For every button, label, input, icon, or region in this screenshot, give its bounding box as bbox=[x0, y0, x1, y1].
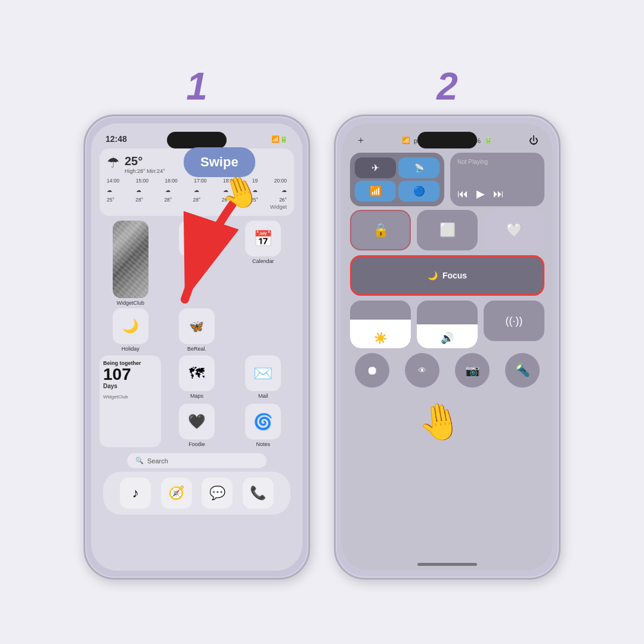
home-screen: 12:48 📶🔋 ☂ 25° High:28° Min:24° bbox=[91, 123, 302, 571]
hotspot-btn[interactable]: 📡 bbox=[398, 157, 439, 178]
search-bar[interactable]: 🔍 Search bbox=[127, 453, 267, 468]
prev-btn[interactable]: ⏮ bbox=[457, 188, 468, 200]
phone1-side-btn-right bbox=[309, 236, 310, 289]
heart-tile[interactable]: 🤍 bbox=[484, 210, 544, 250]
weather-hours: 14:00 15:00 16:00 17:00 18:00 19 20:00 bbox=[107, 178, 287, 184]
signal-icon: 📶 bbox=[402, 137, 410, 144]
focus-small-tile[interactable]: 👁 bbox=[405, 353, 439, 388]
power-icon: ⏻ bbox=[529, 135, 538, 146]
focus-row: 🌙 Focus bbox=[342, 250, 553, 296]
wifi-btn[interactable]: 📶 bbox=[355, 181, 396, 202]
hour2: 15:00 bbox=[136, 178, 148, 184]
weather-details: High:28° Min:24° bbox=[125, 168, 165, 174]
bluetooth-btn[interactable]: 🔵 bbox=[398, 181, 439, 202]
search-label: Search bbox=[147, 457, 168, 465]
widgetclub-label: WidgetClub bbox=[116, 300, 144, 306]
brightness-icon: ☀️ bbox=[374, 332, 387, 345]
control-center: ＋ 📶 povo 📶 ⏰ 📍 62% 🔋 ⏻ bbox=[342, 123, 553, 571]
maps-icon[interactable]: 🗺 bbox=[179, 355, 215, 391]
foodie-item[interactable]: 🖤 Foodie bbox=[166, 404, 227, 447]
notes-icon[interactable]: 🌀 bbox=[245, 404, 281, 439]
step2-wrapper: 2 ＋ 📶 povo 📶 ⏰ bbox=[334, 64, 561, 580]
holiday-label: Holiday bbox=[122, 346, 140, 352]
next-btn[interactable]: ⏭ bbox=[493, 188, 504, 200]
being-together-widget: Being together 107 Days WidgetClub bbox=[100, 355, 161, 447]
cc-plus-icon: ＋ bbox=[356, 134, 366, 147]
cc-row2: 🔒 ⬜ 🤍 bbox=[342, 210, 553, 250]
phone2: ＋ 📶 povo 📶 ⏰ 📍 62% 🔋 ⏻ bbox=[334, 114, 561, 580]
focus-moon-icon: 🌙 bbox=[428, 271, 438, 280]
maps-item[interactable]: 🗺 Maps bbox=[166, 355, 227, 399]
hand-cursor2: 🤚 bbox=[414, 397, 465, 447]
swipe-label: Swipe bbox=[200, 154, 239, 169]
widgets-row: Being together 107 Days WidgetClub 🗺 Map… bbox=[91, 354, 302, 450]
marble-widget-item[interactable]: WidgetClub bbox=[100, 221, 161, 306]
step1-wrapper: 1 12:48 📶🔋 bbox=[83, 64, 310, 580]
flashlight-tile[interactable]: 🔦 bbox=[505, 353, 540, 388]
dynamic-island1 bbox=[167, 132, 227, 148]
phone2-side-btn-right bbox=[559, 236, 561, 289]
sub-apps-grid: 🗺 Maps ✉️ Mail 🖤 Foodie bbox=[166, 355, 294, 447]
phone1-side-btn2 bbox=[83, 227, 85, 262]
cc-main-grid: ✈ 📡 📶 🔵 Not Playing ⏮ ▶ bbox=[342, 149, 553, 210]
phone1: 12:48 📶🔋 ☂ 25° High:28° Min:24° bbox=[83, 114, 310, 580]
mail-icon[interactable]: ✉️ bbox=[245, 355, 281, 391]
focus-tile[interactable]: 🌙 Focus bbox=[350, 255, 544, 296]
dock-messages[interactable]: 💬 bbox=[202, 478, 233, 509]
main-container: 1 12:48 📶🔋 bbox=[83, 64, 561, 580]
being-days: 107 bbox=[103, 366, 157, 383]
screen-record-tile[interactable]: ⏺ bbox=[355, 353, 389, 388]
screen-lock-tile[interactable]: 🔒 bbox=[350, 210, 411, 250]
step2-number: 2 bbox=[436, 64, 458, 109]
hour7: 20:00 bbox=[274, 178, 287, 184]
mail-item[interactable]: ✉️ Mail bbox=[233, 355, 294, 399]
dock-music[interactable]: ♪ bbox=[120, 478, 151, 509]
phone2-screen: ＋ 📶 povo 📶 ⏰ 📍 62% 🔋 ⏻ bbox=[342, 123, 553, 571]
battery-icon: 🔋 bbox=[484, 137, 493, 144]
cc-sliders: ☀️ 🔊 ((·)) bbox=[342, 296, 553, 348]
play-btn[interactable]: ▶ bbox=[476, 187, 485, 200]
dock: ♪ 🧭 💬 📞 bbox=[103, 472, 290, 515]
not-playing-label: Not Playing bbox=[457, 159, 537, 165]
phone1-side-btn1 bbox=[83, 200, 85, 220]
dynamic-island2 bbox=[417, 132, 477, 148]
holiday-item[interactable]: 🌙 Holiday bbox=[100, 308, 161, 352]
dock-safari[interactable]: 🧭 bbox=[161, 478, 192, 509]
hour3: 16:00 bbox=[165, 178, 178, 184]
weather-info: 25° High:28° Min:24° bbox=[125, 154, 165, 174]
being-label: WidgetClub bbox=[103, 394, 157, 400]
camera-tile[interactable]: 📷 bbox=[455, 353, 490, 388]
notes-label: Notes bbox=[256, 441, 271, 447]
focus-label: Focus bbox=[442, 271, 467, 280]
notes-item[interactable]: 🌀 Notes bbox=[233, 404, 294, 447]
hour1: 14:00 bbox=[107, 178, 119, 184]
search-icon: 🔍 bbox=[135, 457, 144, 465]
dock-phone[interactable]: 📞 bbox=[243, 478, 274, 509]
foodie-icon[interactable]: 🖤 bbox=[179, 404, 215, 439]
phone1-side-btn3 bbox=[83, 268, 85, 304]
airplane-btn[interactable]: ✈ bbox=[355, 157, 396, 178]
phone2-container: ＋ 📶 povo 📶 ⏰ 📍 62% 🔋 ⏻ bbox=[334, 114, 561, 580]
hour4: 17:00 bbox=[194, 178, 206, 184]
foodie-label: Foodie bbox=[188, 441, 205, 447]
media-controls: ⏮ ▶ ⏭ bbox=[457, 187, 537, 200]
home-indicator2 bbox=[417, 563, 477, 566]
brightness-slider[interactable]: ☀️ bbox=[350, 301, 411, 348]
holiday-icon[interactable]: 🌙 bbox=[113, 308, 148, 344]
media-tile: Not Playing ⏮ ▶ ⏭ bbox=[450, 153, 544, 206]
weather-icon: ☂ bbox=[107, 154, 120, 171]
maps-label: Maps bbox=[190, 393, 203, 399]
phone1-screen: 12:48 📶🔋 ☂ 25° High:28° Min:24° bbox=[91, 123, 302, 571]
time1: 12:48 bbox=[106, 134, 127, 144]
being-sub: Days bbox=[103, 383, 157, 389]
volume-slider[interactable]: 🔊 bbox=[417, 301, 478, 348]
marble-widget-icon bbox=[113, 221, 148, 298]
red-arrow bbox=[155, 198, 262, 317]
step1-number: 1 bbox=[186, 64, 208, 109]
accessibility-tile[interactable]: ((·)) bbox=[484, 301, 544, 341]
weather-temp: 25° bbox=[125, 154, 165, 168]
screen-mirror-tile[interactable]: ⬜ bbox=[417, 210, 478, 250]
connectivity-tile: ✈ 📡 📶 🔵 bbox=[350, 153, 444, 206]
volume-icon: 🔊 bbox=[441, 332, 454, 345]
status-icons1: 📶🔋 bbox=[271, 135, 288, 143]
